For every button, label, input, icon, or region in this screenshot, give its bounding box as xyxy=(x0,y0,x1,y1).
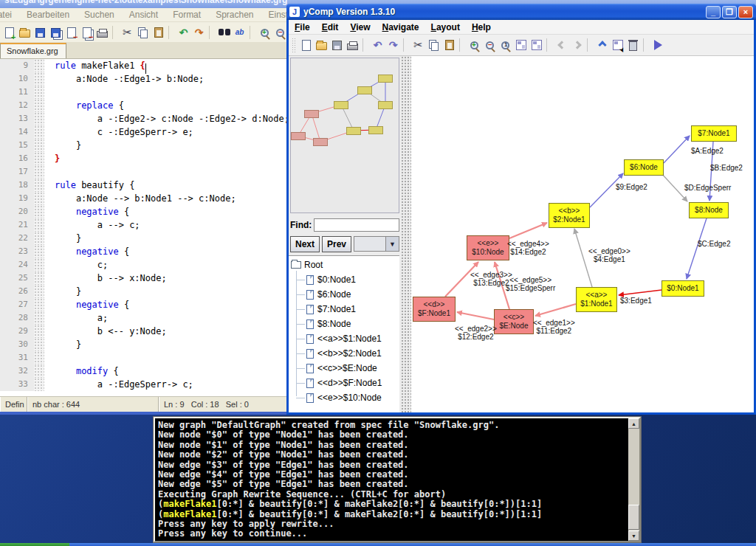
console-scrollbar[interactable]: ▲ ▼ xyxy=(628,418,639,541)
copy-icon[interactable] xyxy=(426,38,441,53)
close-button[interactable]: × xyxy=(738,6,753,18)
print-icon[interactable] xyxy=(345,38,360,53)
graph-node-$8:Node[interactable]: $8:Node xyxy=(689,202,729,218)
save-icon[interactable] xyxy=(32,25,48,41)
paste-icon[interactable] xyxy=(151,25,166,41)
scroll-up-icon[interactable]: ▲ xyxy=(628,418,639,429)
menu-item-navigate[interactable]: Navigate xyxy=(377,22,425,32)
tree-item[interactable]: <<b>>$2:Node1 xyxy=(289,346,399,361)
menu-item-file[interactable]: File xyxy=(289,22,316,32)
nav-back-icon[interactable] xyxy=(554,38,569,53)
zoom-in-icon[interactable] xyxy=(257,25,272,41)
tree-item[interactable]: <<c>>$E:Node xyxy=(289,361,399,376)
scrollbar-thumb[interactable] xyxy=(628,505,639,530)
edge-label: <<_edge1>>$11:Edge2 xyxy=(533,319,575,335)
menu-item-view[interactable]: View xyxy=(344,22,376,32)
zoom-in-icon[interactable] xyxy=(467,38,482,53)
tree-item-root[interactable]: Root xyxy=(289,258,399,272)
nav-forward-icon[interactable] xyxy=(569,38,585,53)
relayout-icon[interactable] xyxy=(610,38,625,53)
minimize-button[interactable]: _ xyxy=(706,6,721,18)
trash-icon[interactable] xyxy=(625,38,641,53)
new-graph-icon[interactable] xyxy=(298,38,314,53)
menu-item-format[interactable]: Format xyxy=(165,10,208,20)
find-input[interactable] xyxy=(314,218,399,232)
find-nav-row: Next Prev ▼ xyxy=(289,234,401,254)
menu-item-help[interactable]: Help xyxy=(466,22,497,32)
line-number: 29 xyxy=(0,325,34,338)
graph-node-$7:Node1[interactable]: $7:Node1 xyxy=(691,125,737,142)
redo-icon[interactable]: ↷ xyxy=(191,25,207,41)
ycomp-window: J yComp Version 1.3.10 _ ❐ × FileEditVie… xyxy=(286,4,756,415)
graph-node-$10:Node[interactable]: <<e>>$10:Node xyxy=(467,235,509,260)
menu-item-datei[interactable]: Datei xyxy=(0,10,19,20)
paste-icon[interactable] xyxy=(441,38,457,53)
print-icon[interactable] xyxy=(94,25,110,41)
fold-margin xyxy=(34,364,44,378)
close-all-icon[interactable] xyxy=(79,25,94,41)
save-all-icon[interactable] xyxy=(48,25,63,41)
console-line: New graph "DefaultGraph" created from sp… xyxy=(158,421,628,430)
tree-item[interactable]: $0:Node1 xyxy=(289,272,399,287)
tree-item-label: $0:Node1 xyxy=(317,274,356,285)
close-doc-icon[interactable] xyxy=(63,25,79,41)
graph-node-$E:Node[interactable]: <<c>>$E:Node xyxy=(494,309,534,334)
cut-icon[interactable]: ✂ xyxy=(120,25,135,41)
tab-snowflake-grg[interactable]: Snowflake.grg xyxy=(0,43,66,58)
run-icon[interactable] xyxy=(650,38,666,53)
menu-item-edit[interactable]: Edit xyxy=(316,22,345,32)
graph-node-$0:Node1[interactable]: $0:Node1 xyxy=(662,280,704,297)
menu-item-sprachen[interactable]: Sprachen xyxy=(208,10,261,20)
next-button[interactable]: Next xyxy=(290,236,320,252)
maximize-button[interactable]: ❐ xyxy=(722,6,737,18)
new-file-icon[interactable] xyxy=(1,25,17,41)
graph-node-$F:Node1[interactable]: <<d>>$F:Node1 xyxy=(413,297,456,322)
scroll-down-icon[interactable]: ▼ xyxy=(628,531,639,541)
desktop: s\Edgar\grgen\engine-net-2\out\examples\… xyxy=(0,0,756,546)
undo-icon[interactable]: ↶ xyxy=(370,38,385,53)
prev-button[interactable]: Prev xyxy=(322,236,351,252)
zoom-out-icon[interactable] xyxy=(272,25,288,41)
console-window[interactable]: New graph "DefaultGraph" created from sp… xyxy=(154,417,641,542)
graph-node-label: <<d>> xyxy=(424,300,445,309)
save-icon[interactable] xyxy=(329,38,345,53)
start-button[interactable] xyxy=(0,543,69,546)
line-number: 33 xyxy=(0,378,34,391)
graph-overview-minimap[interactable] xyxy=(290,58,399,213)
menu-item-suchen[interactable]: Suchen xyxy=(77,10,122,20)
tree-item[interactable]: $7:Node1 xyxy=(289,302,399,317)
tree-item[interactable]: $8:Node xyxy=(289,317,399,331)
layout-graph-icon[interactable] xyxy=(529,38,544,53)
tree-item[interactable]: <<e>>$10:Node xyxy=(289,390,399,405)
zoom-actual-icon[interactable] xyxy=(498,38,513,53)
graph-node-$2:Node1[interactable]: <<b>>$2:Node1 xyxy=(549,203,590,228)
graph-node-$6:Node[interactable]: $6:Node xyxy=(624,159,664,176)
cut-icon[interactable]: ✂ xyxy=(410,38,426,53)
fold-margin xyxy=(34,165,44,179)
menu-item-bearbeiten[interactable]: Bearbeiten xyxy=(19,10,77,20)
find-history-combobox[interactable]: ▼ xyxy=(354,236,399,252)
redo-icon[interactable]: ↷ xyxy=(385,38,401,53)
graph-element-tree[interactable]: Root$0:Node1$6:Node$7:Node1$8:Node<<a>>$… xyxy=(289,255,399,412)
tree-item[interactable]: <<a>>$1:Node1 xyxy=(289,331,399,346)
code-text: negative { xyxy=(44,245,129,258)
panel-splitter[interactable] xyxy=(401,56,411,412)
nav-up-icon[interactable] xyxy=(594,38,610,53)
replace-icon[interactable]: ab xyxy=(232,25,247,41)
chevron-down-icon[interactable]: ▼ xyxy=(385,237,399,251)
menu-item-ansicht[interactable]: Ansicht xyxy=(122,10,165,20)
menu-item-layout[interactable]: Layout xyxy=(425,22,466,32)
tree-item[interactable]: <<d>>$F:Node1 xyxy=(289,376,399,390)
zoom-out-icon[interactable] xyxy=(482,38,498,53)
graph-canvas[interactable]: $7:Node1$6:Node$8:Node<<b>>$2:Node1<<e>>… xyxy=(411,56,754,412)
find-icon[interactable] xyxy=(216,25,232,41)
undo-icon[interactable]: ↶ xyxy=(176,25,191,41)
ycomp-titlebar[interactable]: J yComp Version 1.3.10 _ ❐ × xyxy=(286,4,756,20)
zoom-fit-icon[interactable] xyxy=(513,38,529,53)
open-folder-icon[interactable] xyxy=(17,25,32,41)
tree-item[interactable]: $6:Node xyxy=(289,287,399,302)
graph-node-$1:Node1[interactable]: <<a>>$1:Node1 xyxy=(576,287,617,312)
open-icon[interactable] xyxy=(314,38,329,53)
fold-margin xyxy=(34,232,44,245)
copy-icon[interactable] xyxy=(135,25,151,41)
